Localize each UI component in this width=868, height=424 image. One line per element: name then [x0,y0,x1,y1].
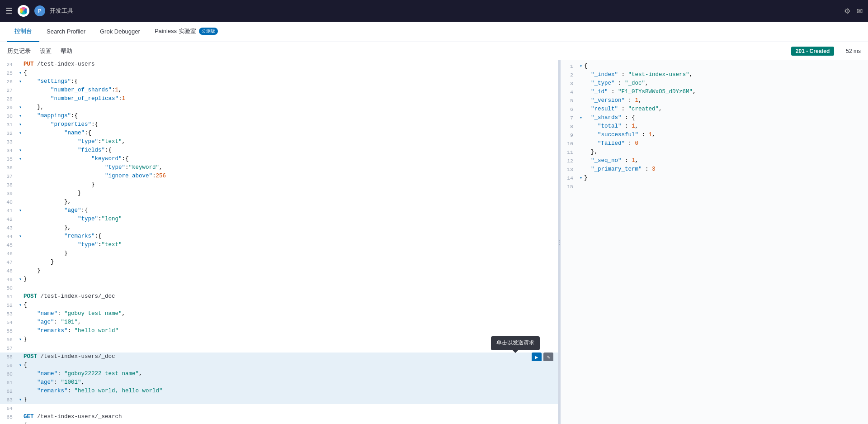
line-content: } [24,189,558,198]
editor-line: 27 "number_of_shards":1, [0,86,558,95]
line-number: 29 [0,103,17,112]
response-line-number: 8 [561,122,578,131]
line-number: 30 [0,112,17,120]
response-line-content: "_primary_term" : 3 [584,165,868,174]
line-number: 27 [0,86,17,95]
editor-line: 65GET /test-index-users/_search [0,413,558,421]
editor-line: 53 "name": "goboy test name", [0,310,558,318]
line-gutter[interactable]: ▾ [17,335,24,344]
line-gutter[interactable]: ▾ [17,103,24,112]
response-line: 5 "_version" : 1, [561,96,868,105]
response-line: 6 "result" : "created", [561,105,868,114]
line-content: { [24,421,558,424]
editor-line: 59▾{ [0,361,558,370]
line-content: } [24,267,558,275]
help-button[interactable]: 帮助 [61,47,72,55]
line-number: 42 [0,215,17,224]
tab-console[interactable]: 控制台 [7,22,39,42]
line-number: 40 [0,198,17,206]
line-gutter[interactable]: ▾ [17,77,24,86]
editor-line: 57 [0,344,558,353]
editor-line: 30▾ "mappings":{ [0,112,558,120]
line-gutter[interactable]: ▾ [17,155,24,163]
line-number: 48 [0,267,17,275]
line-content: } [24,395,558,404]
code-editor[interactable]: 24PUT /test-index-users25▾{26▾ "settings… [0,60,558,424]
response-line-number: 9 [561,131,578,139]
line-content: }, [24,103,558,112]
editor-line: 49▾} [0,275,558,284]
line-number: 39 [0,189,17,198]
line-number: 64 [0,404,17,413]
line-gutter[interactable]: ▾ [17,129,24,138]
line-gutter[interactable]: ▾ [17,69,24,77]
line-gutter[interactable]: ▾ [17,232,24,241]
response-line-content: "_index" : "test-index-users", [584,71,868,79]
editor-line: 36 "type":"keyword", [0,163,558,172]
response-gutter[interactable]: ▾ [578,62,584,71]
settings-icon[interactable]: ⚙ [844,7,850,15]
editor-line: 44▾ "remarks":{ [0,232,558,241]
line-number: 62 [0,387,17,395]
tab-search-profiler[interactable]: Search Profiler [39,22,93,42]
editor-line: 25▾{ [0,69,558,77]
line-number: 38 [0,181,17,189]
line-gutter[interactable]: ▾ [17,301,24,310]
response-line-number: 2 [561,71,578,79]
line-content: "mappings":{ [24,112,558,120]
response-line-number: 1 [561,62,578,71]
editor-line: 35▾ "keyword":{ [0,155,558,163]
line-content: "number_of_replicas":1 [24,95,558,103]
editor-line: 33 "type":"text", [0,138,558,146]
line-content: PUT /test-index-users [24,60,558,69]
line-number: 32 [0,129,17,138]
response-line: 2 "_index" : "test-index-users", [561,71,868,79]
line-gutter[interactable]: ▾ [17,120,24,129]
history-button[interactable]: 历史记录 [7,47,31,55]
line-gutter[interactable]: ▾ [17,112,24,120]
line-content: }, [24,198,558,206]
editor-line: 52▾{ [0,301,558,310]
line-content: GET /test-index-users/_search [24,413,558,421]
line-number: 34 [0,146,17,155]
line-gutter[interactable]: ▾ [17,361,24,370]
menu-icon[interactable]: ☰ [5,6,13,16]
line-gutter[interactable]: ▾ [17,206,24,215]
response-gutter[interactable]: ▾ [578,114,584,122]
response-line: 7▾ "_shards" : { [561,114,868,122]
line-number: 46 [0,249,17,258]
response-gutter[interactable]: ▾ [578,174,584,182]
line-content: "remarks": "hello world, hello world" [24,387,558,395]
line-number: 52 [0,301,17,310]
line-content: "properties":{ [24,120,558,129]
line-content: "type":"long" [24,215,558,224]
nav-tabs: 控制台 Search Profiler Grok Debugger Painle… [0,22,868,42]
response-line-number: 15 [561,182,578,191]
response-line-number: 3 [561,79,578,88]
line-content: "number_of_shards":1, [24,86,558,95]
top-bar-icons: ⚙ ✉ [844,7,863,15]
editor-line: 37 "ignore_above":256 [0,172,558,181]
user-avatar[interactable]: P [34,5,45,16]
line-content: "settings":{ [24,77,558,86]
line-number: 60 [0,370,17,378]
response-line: 12 "_seq_no" : 1, [561,157,868,165]
tab-grok-debugger[interactable]: Grok Debugger [93,22,147,42]
editor-line: 43 }, [0,224,558,232]
editor-line: 60 "name": "goboy22222 test name", [0,370,558,378]
line-gutter[interactable]: ▾ [17,275,24,284]
response-code[interactable]: 1▾{2 "_index" : "test-index-users",3 "_t… [561,60,868,424]
tab-painless[interactable]: Painless 实验室 公测版 [147,22,225,42]
line-number: 24 [0,60,17,69]
settings-button[interactable]: 设置 [40,47,52,55]
line-number: 25 [0,69,17,77]
line-content: POST /test-index-users/_doc [24,292,558,301]
line-gutter[interactable]: ▾ [17,146,24,155]
line-number: 54 [0,318,17,327]
line-gutter[interactable]: ▾ [17,421,24,424]
editor-line: 55 "remarks": "hello world" [0,327,558,335]
mail-icon[interactable]: ✉ [857,7,863,15]
line-gutter[interactable]: ▾ [17,395,24,404]
line-number: 49 [0,275,17,284]
line-number: 43 [0,224,17,232]
